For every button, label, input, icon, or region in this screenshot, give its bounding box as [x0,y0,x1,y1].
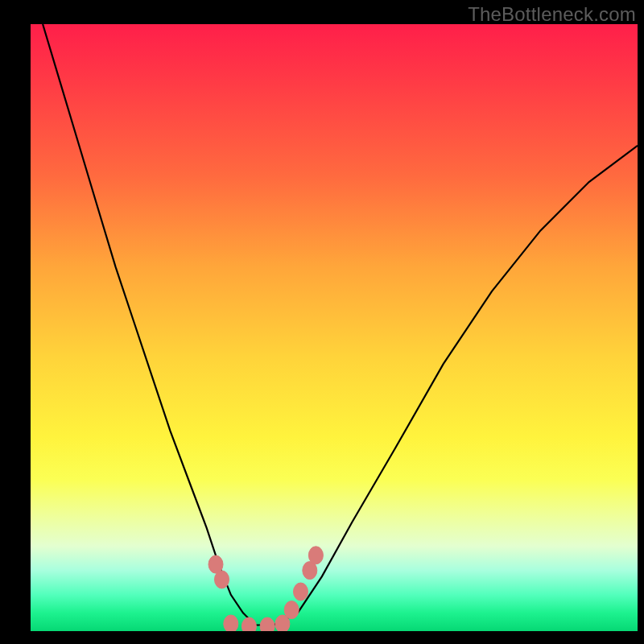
marker-group [208,547,323,631]
marker-right-1 [284,601,299,619]
plot-area [31,24,638,631]
marker-base-2 [242,617,256,631]
marker-right-2 [294,583,308,601]
marker-left-lower [215,571,229,588]
chart-container: TheBottleneck.com [0,0,644,644]
marker-base-1 [224,615,238,631]
marker-right-4 [308,547,323,564]
watermark-text: TheBottleneck.com [468,3,636,26]
chart-svg [31,24,638,631]
bottleneck-curve [43,24,638,625]
marker-base-3 [260,617,275,631]
